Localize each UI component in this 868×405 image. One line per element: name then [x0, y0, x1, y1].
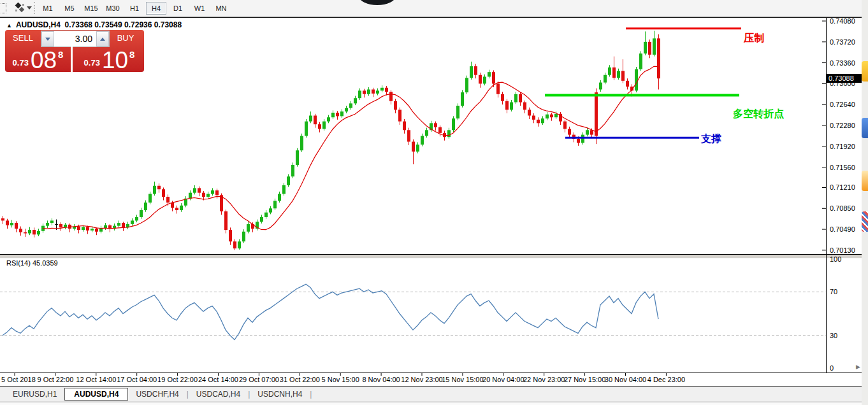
rsi-line [3, 284, 658, 339]
price-axis-label: 0.74080 [830, 17, 855, 25]
price-axis-label: 0.73360 [830, 59, 855, 67]
resistance-label[interactable]: 压制 [744, 32, 764, 45]
time-axis-label: 5 Nov 15:00 [319, 376, 362, 383]
time-axis-label: 27 Nov 15:00 [563, 376, 607, 383]
price-axis-label: 0.70850 [830, 204, 855, 212]
one-click-trading-panel: SELL BUY 0.73 08 8 0.73 10 8 [5, 30, 144, 72]
sell-price-prefix: 0.73 [13, 58, 29, 68]
down-arrow-icon [45, 38, 50, 41]
chart-symbol-label: AUDUSD,H4 [16, 20, 61, 29]
chart-tab-eurusd-h1[interactable]: EURUSD,H1 [5, 388, 64, 400]
rsi-levels [0, 292, 826, 335]
time-axis-label: 8 Nov 04:00 [359, 376, 403, 383]
buy-button[interactable]: BUY [107, 30, 144, 46]
price-axis-label: 0.70130 [830, 246, 855, 254]
price-axis-label: 0.72640 [830, 101, 855, 108]
chart-ohlc-header: ▲AUDUSD,H4 0.73368 0.73549 0.72936 0.730… [6, 20, 182, 29]
time-axis-label: 31 Oct 22:00 [278, 376, 321, 383]
window-bottom-edge [0, 402, 862, 405]
price-axis-label: 0.71560 [830, 164, 855, 171]
price-axis-label: 0.71210 [830, 183, 855, 191]
sell-price-big-digits: 08 [31, 51, 57, 70]
rsi-axis-label: 100 [830, 255, 841, 263]
desktop-shortcut-icon[interactable] [862, 61, 868, 82]
time-axis-label: 12 Oct 14:00 [75, 376, 118, 383]
desktop-shortcut-icon[interactable] [862, 118, 868, 138]
time-axis-label: 20 Nov 04:00 [482, 376, 525, 383]
desktop-shortcut-icon[interactable] [862, 171, 868, 191]
price-axis-label: 0.71920 [830, 143, 855, 150]
chart-tab-usdcad-h4[interactable]: USDCAD,H4 [189, 388, 248, 400]
price-axis-label: 0.73000 [830, 80, 855, 87]
time-axis-label: 29 Oct 07:00 [237, 376, 280, 383]
chart-tab-usdchf-h4[interactable]: USDCHF,H4 [128, 388, 186, 400]
rsi-axis-label: 30 [830, 332, 837, 339]
time-axis-label: 12 Nov 23:00 [400, 376, 444, 383]
buy-price-big-digits: 10 [102, 51, 128, 70]
sell-price-pip-digit: 8 [58, 49, 63, 60]
chart-ohlc-values: 0.73368 0.73549 0.72936 0.73088 [65, 20, 182, 29]
volume-decrease-button[interactable] [41, 31, 54, 46]
desktop-shortcut-icon[interactable] [862, 211, 868, 232]
price-axis-label: 0.73720 [830, 38, 855, 46]
time-axis-label: 30 Nov 04:00 [604, 376, 647, 383]
rsi-axis-label: 0 [830, 364, 834, 372]
tab-separator: | [310, 390, 312, 399]
support-label[interactable]: 支撑 [701, 132, 721, 146]
time-axis-label: 19 Oct 22:00 [156, 376, 199, 383]
time-axis-label: 9 Oct 22:00 [34, 376, 77, 383]
time-axis-label: 5 Oct 2018 [1, 376, 36, 383]
rsi-pane-border [0, 373, 862, 373]
buy-price-display[interactable]: 0.73 10 8 [75, 46, 144, 72]
chart-tab-audusd-h4[interactable]: AUDUSD,H4 [64, 388, 128, 401]
chart-tab-usdcnh-h4[interactable]: USDCNH,H4 [250, 388, 310, 400]
price-axis-label: 0.70490 [830, 225, 855, 233]
collapse-arrow-icon[interactable]: ▲ [6, 22, 12, 29]
pane-splitter-handle[interactable] [0, 255, 862, 259]
price-axis-label: 0.72280 [830, 122, 855, 129]
scroll-right-arrow-icon[interactable]: ▶ [856, 364, 860, 370]
chart-tab-bar: EURUSD,H1AUDUSD,H4USDCHF,H4|USDCAD,H4|US… [0, 387, 862, 402]
volume-spinner [41, 31, 110, 47]
buy-price-pip-digit: 8 [129, 49, 134, 60]
annotation-lines [545, 29, 741, 138]
up-arrow-icon [100, 38, 105, 41]
time-axis-label: 22 Nov 23:00 [523, 376, 566, 383]
time-axis-label: 4 Dec 23:00 [644, 376, 688, 383]
rsi-axis-label: 70 [830, 288, 837, 295]
time-axis-label: 15 Nov 15:00 [441, 376, 484, 383]
sell-price-display[interactable]: 0.73 08 8 [5, 46, 73, 72]
rsi-indicator-label: RSI(14) 45.0359 [6, 259, 58, 267]
time-axis-label: 17 Oct 04:00 [115, 376, 159, 383]
pivot-label[interactable]: 多空转折点 [733, 108, 784, 121]
ma-line [43, 66, 658, 229]
price-axis-border [826, 18, 827, 373]
volume-input[interactable] [54, 31, 96, 46]
time-axis-label: 24 Oct 14:00 [197, 376, 240, 383]
buy-price-prefix: 0.73 [84, 58, 100, 68]
sell-button[interactable]: SELL [5, 30, 41, 46]
